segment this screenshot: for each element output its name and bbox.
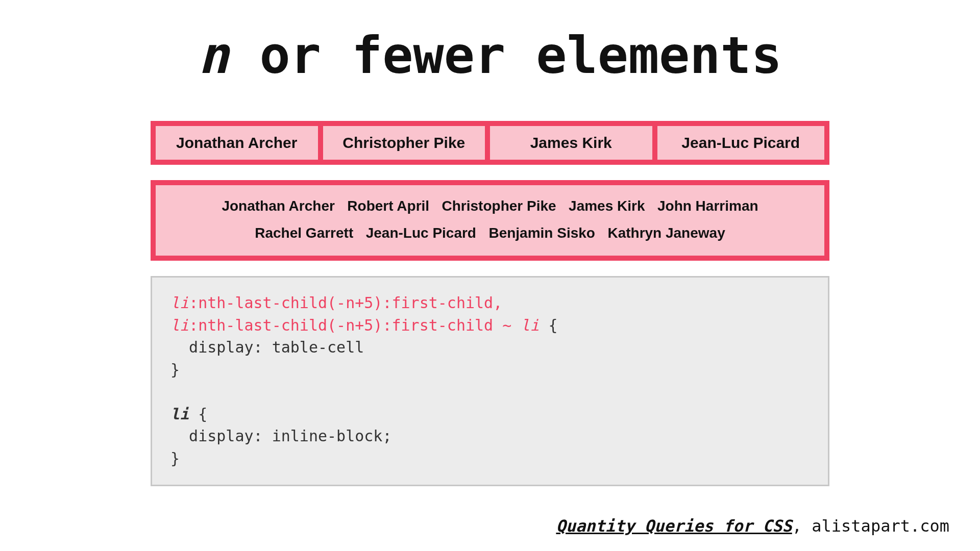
list-item: Benjamin Sisko [488,219,595,246]
code-text: { [189,405,207,423]
slide: n or fewer elements Jonathan Archer Chri… [0,0,980,551]
code-text: } [170,361,180,379]
list-item: Jonathan Archer [222,192,334,219]
code-block: li:nth-last-child(-n+5):first-child, li:… [151,276,829,486]
citation-source: alistapart.com [812,516,949,536]
code-selector-tag: li [170,405,189,423]
code-text: } [170,449,180,467]
citation-sep: , [792,516,812,536]
title-variable-n: n [198,26,229,85]
list-item: Rachel Garrett [255,219,353,246]
code-selector-tag: li [170,316,189,334]
example-box-many: Jonathan Archer Robert April Christopher… [151,180,829,261]
code-selector: :nth-last-child(-n+5):first-child ~ [189,316,521,334]
code-selector: :nth-last-child(-n+5):first-child, [189,294,502,312]
title-rest: or fewer elements [229,26,782,85]
list-item: Jonathan Archer [156,126,323,160]
list-item: Robert April [347,192,429,219]
list-item: Christopher Pike [442,192,556,219]
list-item: James Kirk [569,192,645,219]
code-text: { [539,316,557,334]
content-area: Jonathan Archer Christopher Pike James K… [151,121,829,486]
citation-link[interactable]: Quantity Queries for CSS [556,516,792,536]
list-item: James Kirk [490,126,657,160]
inline-list: Jonathan Archer Robert April Christopher… [156,185,824,256]
list-item: Jean-Luc Picard [366,219,476,246]
code-text: display: table-cell [170,338,364,356]
code-selector-tag: li [521,316,539,334]
footer-citation: Quantity Queries for CSS, alistapart.com [556,516,949,536]
table-row: Jonathan Archer Christopher Pike James K… [156,126,824,160]
example-box-few: Jonathan Archer Christopher Pike James K… [151,121,829,165]
list-item: Kathryn Janeway [607,219,725,246]
list-item: John Harriman [657,192,758,219]
list-item: Jean-Luc Picard [657,126,825,160]
code-selector-tag: li [170,294,189,312]
list-item: Christopher Pike [323,126,491,160]
slide-title: n or fewer elements [0,26,980,85]
code-text: display: inline-block; [170,427,391,445]
